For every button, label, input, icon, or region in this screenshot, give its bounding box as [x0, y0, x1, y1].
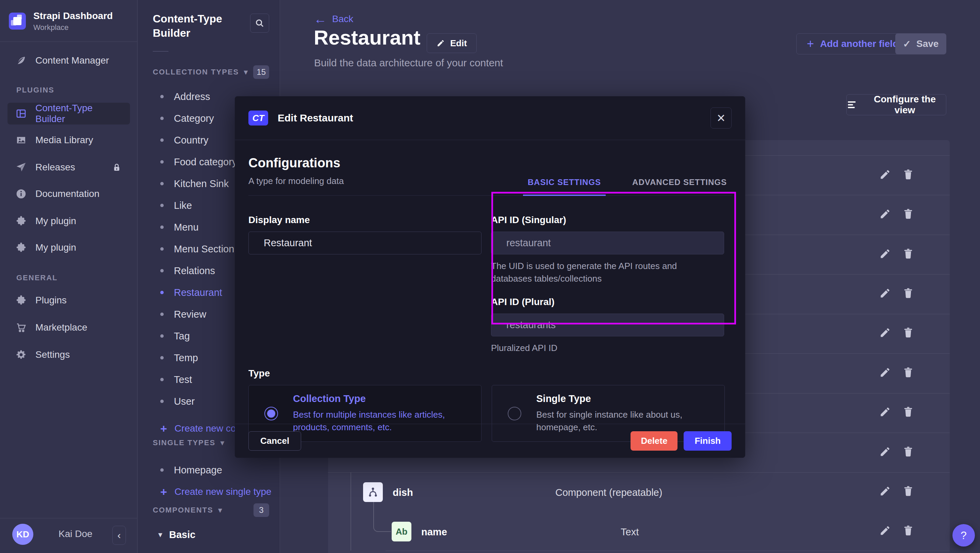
edit-row-button[interactable]: [879, 406, 891, 418]
components-header[interactable]: COMPONENTS ▾ 3: [153, 503, 269, 517]
user-name: Kai Doe: [59, 529, 92, 539]
collection-types-count: 15: [253, 65, 269, 79]
edit-row-button[interactable]: [879, 287, 891, 299]
plus-icon: +: [160, 422, 167, 435]
delete-row-button[interactable]: [902, 168, 915, 181]
api-id-plural-label: API ID (Plural): [491, 297, 724, 307]
delete-row-button[interactable]: [902, 406, 915, 418]
delete-row-button[interactable]: [902, 208, 915, 220]
sidebar-item-documentation[interactable]: Documentation: [8, 183, 130, 205]
puzzle-icon: [16, 216, 27, 227]
api-id-singular-label: API ID (Singular): [491, 215, 724, 226]
components-label: COMPONENTS: [153, 506, 213, 515]
edit-row-button[interactable]: [879, 445, 891, 458]
bullet-icon: [160, 204, 164, 207]
row-actions: [879, 524, 927, 538]
add-another-field-button[interactable]: + Add another field: [796, 33, 909, 54]
edit-row-button[interactable]: [879, 485, 891, 497]
shopping-cart-icon: [16, 322, 27, 333]
sidebar-item-my-plugin-2[interactable]: My plugin: [8, 237, 130, 259]
tab-basic-settings[interactable]: BASIC SETTINGS: [523, 178, 606, 196]
page-title: Restaurant: [314, 26, 420, 49]
sidebar-item-label: Documentation: [35, 188, 99, 199]
configurations-subheading: A type for modeling data: [248, 176, 344, 195]
sidebar-item-releases[interactable]: Releases: [8, 156, 130, 178]
bullet-icon: [160, 334, 164, 338]
save-button[interactable]: ✓ Save: [895, 33, 946, 54]
delete-row-button[interactable]: [902, 366, 915, 378]
edit-row-button[interactable]: [879, 524, 891, 537]
sidebar-item-marketplace[interactable]: Marketplace: [8, 317, 130, 338]
arrow-left-icon: ←: [314, 14, 327, 24]
collection-type-title: Collection Type: [293, 393, 466, 404]
component-group-basic[interactable]: ▾ Basic: [138, 524, 280, 545]
configure-the-view-button[interactable]: Configure the view: [846, 94, 946, 115]
edit-row-button[interactable]: [879, 208, 891, 220]
sidebar-item-label: Content Manager: [35, 55, 109, 66]
nav-section-plugins: PLUGINS: [16, 86, 54, 95]
search-button[interactable]: [250, 14, 269, 33]
gear-icon: [16, 349, 27, 360]
finish-button[interactable]: Finish: [684, 431, 732, 451]
sidebar-item-media-library[interactable]: Media Library: [8, 129, 130, 151]
delete-button[interactable]: Delete: [630, 431, 678, 451]
left-navigation: Strapi Dashboard Workplace Content Manag…: [0, 0, 137, 553]
single-type-item-homepage[interactable]: Homepage: [138, 459, 280, 481]
modal-body: Configurations A type for modeling data …: [235, 140, 745, 442]
configurations-heading: Configurations: [248, 156, 344, 170]
collapse-sidebar-button[interactable]: ‹: [112, 526, 126, 545]
plus-icon: +: [160, 485, 167, 499]
bullet-icon: [160, 138, 164, 142]
delete-row-button[interactable]: [902, 287, 915, 299]
delete-row-button[interactable]: [902, 524, 915, 537]
display-name-input[interactable]: [248, 232, 482, 254]
sidebar-item-content-manager[interactable]: Content Manager: [8, 50, 130, 72]
content-type-badge: CT: [248, 111, 268, 126]
row-actions: [879, 248, 927, 261]
cancel-button[interactable]: Cancel: [248, 431, 301, 451]
back-link[interactable]: ← Back: [314, 14, 353, 24]
edit-row-button[interactable]: [879, 248, 891, 260]
sidebar-item-plugins[interactable]: Plugins: [8, 289, 130, 311]
sidebar-item-content-type-builder[interactable]: Content-Type Builder: [8, 103, 130, 124]
close-icon[interactable]: ×: [711, 108, 732, 129]
app-brand[interactable]: Strapi Dashboard Workplace: [0, 0, 137, 41]
info-circle-icon: [16, 188, 27, 199]
radio-selected-icon[interactable]: [264, 407, 278, 420]
settings-tabs: BASIC SETTINGS ADVANCED SETTINGS: [523, 178, 732, 195]
sidebar-item-label: Plugins: [35, 295, 67, 306]
radio-unselected-icon[interactable]: [508, 407, 521, 420]
sidebar-item-settings[interactable]: Settings: [8, 344, 130, 365]
chevron-down-icon: ▾: [218, 505, 222, 515]
tab-advanced-settings[interactable]: ADVANCED SETTINGS: [627, 178, 732, 195]
tree-connector: [373, 500, 391, 532]
chevron-down-icon: ▾: [243, 67, 248, 77]
modal-title: Edit Restaurant: [278, 112, 353, 124]
edit-row-button[interactable]: [879, 366, 891, 378]
collection-types-header[interactable]: COLLECTION TYPES ▾ 15: [153, 65, 269, 79]
create-single-type-link[interactable]: + Create new single type: [138, 481, 280, 503]
sidebar-item-my-plugin-1[interactable]: My plugin: [8, 210, 130, 232]
edit-button[interactable]: Edit: [427, 33, 477, 53]
sidebar-item-label: My plugin: [35, 216, 76, 227]
delete-row-button[interactable]: [902, 445, 915, 458]
strapi-logo-icon: [9, 13, 26, 30]
delete-row-button[interactable]: [902, 485, 915, 497]
help-button[interactable]: ?: [953, 524, 975, 547]
avatar[interactable]: KD: [12, 524, 33, 545]
text-field-icon: Ab: [392, 522, 411, 542]
delete-row-button[interactable]: [902, 248, 915, 260]
component-field-icon: [363, 482, 383, 502]
sidebar-item-label: My plugin: [35, 242, 76, 253]
bullet-icon: [160, 269, 164, 272]
field-name: dish: [393, 487, 413, 498]
sidebar-item-label: Marketplace: [35, 322, 88, 333]
api-id-plural-input: [491, 313, 724, 336]
delete-row-button[interactable]: [902, 326, 915, 339]
paper-plane-icon: [16, 162, 27, 173]
page-subtitle: Build the data architecture of your cont…: [314, 57, 503, 69]
edit-row-button[interactable]: [879, 168, 891, 181]
edit-row-button[interactable]: [879, 326, 891, 339]
type-label: Type: [248, 368, 732, 379]
single-type-title: Single Type: [536, 393, 709, 404]
